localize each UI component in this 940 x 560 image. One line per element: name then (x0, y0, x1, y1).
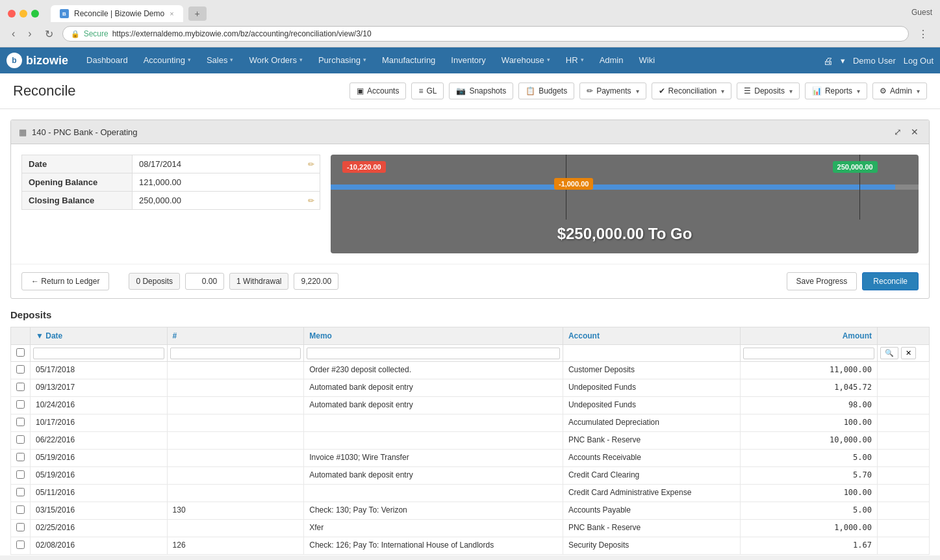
filter-date-cell (31, 345, 168, 362)
num-column-header[interactable]: # (167, 327, 304, 345)
row-checkbox[interactable] (16, 453, 25, 461)
back-button[interactable]: ‹ (8, 27, 19, 41)
panel-header-actions: ⤢ ✕ (891, 125, 921, 138)
row-memo: Order #230 deposit collected. (304, 362, 563, 379)
panel-form: Date 08/17/2014 ✏ Opening Balance 121,00… (21, 155, 320, 253)
app-navigation: b bizowie Dashboard Accounting ▾ Sales ▾… (0, 47, 940, 73)
filter-clear-button[interactable]: ✕ (901, 347, 916, 359)
reload-button[interactable]: ↻ (41, 27, 57, 42)
panel-undock-button[interactable]: ⤢ (891, 125, 904, 138)
page-content: Reconcile ▣ Accounts ≡ GL 📷 Snapshots 📋 … (0, 73, 940, 555)
row-checkbox[interactable] (16, 365, 25, 374)
chevron-down-icon: ▾ (188, 57, 191, 63)
forward-button[interactable]: › (24, 27, 35, 41)
logout-link[interactable]: Log Out (904, 56, 934, 66)
row-date: 05/17/2018 (31, 362, 168, 379)
row-checkbox[interactable] (16, 418, 25, 426)
print-icon[interactable]: 🖨 (823, 55, 833, 66)
row-checkbox[interactable] (16, 523, 25, 531)
closing-balance-edit-icon[interactable]: ✏ (308, 196, 314, 205)
address-bar[interactable]: 🔒 Secure https://externaldemo.mybizowie.… (62, 26, 909, 42)
row-checkbox[interactable] (16, 383, 25, 391)
reports-button[interactable]: 📊 Reports (805, 83, 867, 99)
chart-label-red: -10,220.00 (342, 161, 386, 173)
accounts-button[interactable]: ▣ Accounts (349, 83, 406, 99)
reconciliation-label: Reconciliation (668, 86, 717, 95)
row-checkbox[interactable] (16, 488, 25, 496)
payments-button[interactable]: ✏ Payments (579, 83, 646, 99)
new-tab-button[interactable]: + (188, 6, 207, 21)
nav-item-dashboard[interactable]: Dashboard (79, 47, 136, 73)
memo-filter-input[interactable] (307, 348, 560, 359)
admin-button[interactable]: ⚙ Admin (872, 83, 927, 99)
chevron-down-icon: ▾ (547, 57, 550, 63)
account-column-header[interactable]: Account (563, 327, 740, 345)
check-icon: ✔ (659, 86, 665, 95)
page-header: Reconcile ▣ Accounts ≡ GL 📷 Snapshots 📋 … (0, 73, 940, 109)
browser-tab[interactable]: B Reconcile | Bizowie Demo × (51, 5, 183, 22)
row-actions (878, 467, 930, 485)
nav-item-purchasing[interactable]: Purchasing ▾ (311, 47, 374, 73)
date-edit-icon[interactable]: ✏ (308, 160, 314, 169)
select-all-checkbox[interactable] (14, 348, 27, 357)
nav-item-warehouse[interactable]: Warehouse ▾ (494, 47, 558, 73)
row-actions (878, 414, 930, 432)
withdrawal-amount-value: 9,220.00 (294, 273, 338, 290)
row-checkbox-cell (11, 450, 31, 467)
row-account: Accumulated Depreciation (563, 414, 740, 432)
tab-close-button[interactable]: × (170, 10, 173, 18)
nav-item-manufacturing[interactable]: Manufacturing (374, 47, 443, 73)
row-checkbox[interactable] (16, 541, 25, 549)
row-memo (304, 432, 563, 450)
chart-fill (331, 185, 895, 190)
gl-button[interactable]: ≡ GL (411, 83, 444, 99)
amount-column-header[interactable]: Amount (741, 327, 878, 345)
row-checkbox[interactable] (16, 435, 25, 444)
row-account: PNC Bank - Reserve (563, 432, 740, 450)
reconcile-button[interactable]: Reconcile (862, 272, 919, 290)
row-checkbox[interactable] (16, 470, 25, 479)
row-account: Undeposited Funds (563, 379, 740, 397)
row-memo (304, 414, 563, 432)
close-dot[interactable] (8, 10, 16, 18)
save-progress-button[interactable]: Save Progress (787, 272, 857, 290)
date-value-cell: 08/17/2014 ✏ (133, 155, 320, 173)
budgets-button[interactable]: 📋 Budgets (518, 83, 574, 99)
return-to-ledger-button[interactable]: ← Return to Ledger (21, 272, 109, 290)
browser-menu-button[interactable]: ⋮ (914, 27, 932, 42)
maximize-dot[interactable] (31, 10, 39, 18)
row-checkbox[interactable] (16, 505, 25, 514)
action-bar-middle: 0 Deposits 0.00 1 Withdrawal 9,220.00 (129, 273, 338, 290)
tab-favicon: B (60, 9, 69, 18)
closing-balance-label: Closing Balance (22, 192, 133, 210)
filter-search-button[interactable]: 🔍 (880, 347, 898, 359)
amount-filter-input[interactable] (743, 348, 874, 359)
date-column-header[interactable]: ▼ Date (31, 327, 168, 345)
nav-item-wiki[interactable]: Wiki (631, 47, 663, 73)
minimize-dot[interactable] (19, 10, 27, 18)
reconciliation-button[interactable]: ✔ Reconciliation (652, 83, 732, 99)
deposits-toolbar-button[interactable]: ☰ Deposits (737, 83, 800, 99)
nav-item-admin[interactable]: Admin (592, 47, 631, 73)
date-filter-input[interactable] (33, 348, 164, 359)
row-amount: 10,000.00 (741, 432, 878, 450)
nav-label-warehouse: Warehouse (502, 55, 544, 65)
nav-item-workorders[interactable]: Work Orders ▾ (241, 47, 310, 73)
filter-memo-cell (304, 345, 563, 362)
row-checkbox[interactable] (16, 400, 25, 409)
browser-addressbar: ‹ › ↻ 🔒 Secure https://externaldemo.mybi… (0, 22, 940, 47)
memo-column-header[interactable]: Memo (304, 327, 563, 345)
user-label[interactable]: Demo User (853, 56, 896, 66)
panel-icon: ▦ (19, 127, 27, 137)
nav-item-sales[interactable]: Sales ▾ (199, 47, 242, 73)
panel-close-button[interactable]: ✕ (908, 125, 921, 138)
table-row: 06/22/2016 PNC Bank - Reserve 10,000.00 (11, 432, 930, 450)
app-logo[interactable]: b bizowie (6, 53, 68, 68)
snapshots-button[interactable]: 📷 Snapshots (449, 83, 513, 99)
nav-item-inventory[interactable]: Inventory (443, 47, 493, 73)
closing-balance-value-cell: 250,000.00 ✏ (133, 192, 320, 210)
nav-item-hr[interactable]: HR ▾ (558, 47, 592, 73)
row-num (167, 379, 304, 397)
nav-item-accounting[interactable]: Accounting ▾ (136, 47, 199, 73)
num-filter-input[interactable] (170, 348, 301, 359)
